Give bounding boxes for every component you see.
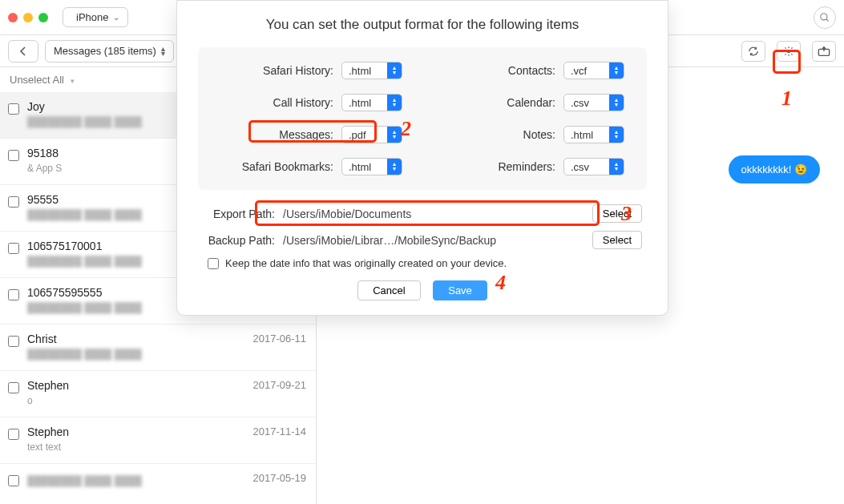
refresh-button[interactable] <box>741 41 765 62</box>
back-button[interactable] <box>8 40 38 62</box>
gear-icon <box>783 46 794 57</box>
list-item-checkbox[interactable] <box>8 475 19 486</box>
backup-path-value: /Users/iMobie/Librar…/MobileSync/Backup <box>283 234 584 247</box>
minimize-icon[interactable] <box>23 13 33 22</box>
select-reminders[interactable]: .csv▲▼ <box>563 158 624 175</box>
output-format-dialog: You can set the output format for the fo… <box>176 0 668 316</box>
list-item-preview: text text <box>27 442 306 453</box>
settings-button[interactable] <box>777 41 801 62</box>
maximize-icon[interactable] <box>38 13 48 22</box>
cancel-button[interactable]: Cancel <box>357 280 420 300</box>
select-calendar[interactable]: .csv▲▼ <box>563 94 624 111</box>
export-icon <box>818 46 830 57</box>
select-arrows-icon: ▲▼ <box>387 127 402 143</box>
select-arrows-icon: ▲▼ <box>387 159 402 175</box>
list-item-date: 2017-06-11 <box>253 333 307 345</box>
list-item-checkbox[interactable] <box>8 150 19 161</box>
svg-line-1 <box>826 18 829 21</box>
list-item[interactable]: Christ2017-06-11████████ ████ ████ <box>0 325 316 371</box>
select-call-history[interactable]: .html▲▼ <box>341 94 402 111</box>
keep-date-checkbox-row: Keep the date info that was originally c… <box>208 257 642 269</box>
dialog-title: You can set the output format for the fo… <box>198 17 647 33</box>
chevron-left-icon <box>19 46 27 56</box>
select-messages[interactable]: .pdf▲▼ <box>341 126 402 143</box>
triangle-down-icon: ▾ <box>71 77 75 85</box>
format-grid: Safari History: .html▲▼ Contacts: .vcf▲▼… <box>198 47 647 190</box>
list-item[interactable]: Stephen2017-09-21o <box>0 371 316 417</box>
select-notes[interactable]: .html▲▼ <box>563 126 624 143</box>
search-icon <box>819 12 830 23</box>
save-button[interactable]: Save <box>433 280 487 300</box>
export-button[interactable] <box>812 41 836 62</box>
backup-path-select-button[interactable]: Select <box>592 231 642 249</box>
backup-path-row: Backup Path: /Users/iMobie/Librar…/Mobil… <box>203 231 642 249</box>
list-item-date: 2017-09-21 <box>253 379 307 391</box>
format-row-safari-history: Safari History: .html▲▼ <box>220 62 402 79</box>
select-arrows-icon: ▲▼ <box>609 127 624 143</box>
select-arrows-icon: ▲▼ <box>387 62 402 79</box>
list-item-checkbox[interactable] <box>8 336 19 347</box>
keep-date-label: Keep the date info that was originally c… <box>225 257 507 269</box>
format-row-safari-bookmarks: Safari Bookmarks: .html▲▼ <box>220 158 402 175</box>
outgoing-bubble: okkkkkkkk! 😉 <box>729 155 820 183</box>
format-row-contacts: Contacts: .vcf▲▼ <box>442 62 624 79</box>
search-button[interactable] <box>814 6 836 29</box>
list-item-preview: ████████ ████ ████ <box>27 475 306 486</box>
list-item-checkbox[interactable] <box>8 243 19 254</box>
format-row-call-history: Call History: .html▲▼ <box>220 94 402 111</box>
format-row-calendar: Calendar: .csv▲▼ <box>442 94 624 111</box>
export-path-value: /Users/iMobie/Documents <box>283 208 584 220</box>
window-controls <box>8 13 48 22</box>
breadcrumb[interactable]: Messages (185 items) ▴▾ <box>45 40 174 62</box>
export-path-row: Export Path: /Users/iMobie/Documents Sel… <box>203 204 642 223</box>
list-item-checkbox[interactable] <box>8 103 19 115</box>
svg-point-2 <box>787 50 790 53</box>
format-row-reminders: Reminders: .csv▲▼ <box>442 158 624 175</box>
close-icon[interactable] <box>8 13 18 22</box>
list-item-preview: o <box>27 395 306 406</box>
chevron-down-icon: ⌄ <box>113 13 119 22</box>
breadcrumb-label: Messages (185 items) <box>54 45 156 57</box>
list-item-date: 2017-11-14 <box>253 425 307 437</box>
select-safari-history[interactable]: .html▲▼ <box>341 62 402 79</box>
list-item-checkbox[interactable] <box>8 196 19 208</box>
select-safari-bookmarks[interactable]: .html▲▼ <box>341 158 402 175</box>
select-arrows-icon: ▲▼ <box>609 62 624 79</box>
list-item[interactable]: Stephen2017-11-14text text <box>0 417 316 464</box>
select-arrows-icon: ▲▼ <box>609 159 624 175</box>
device-label: iPhone <box>76 11 108 23</box>
list-item-preview: ████████ ████ ████ <box>27 349 306 360</box>
svg-point-0 <box>821 13 827 19</box>
format-row-messages: Messages: .pdf▲▼ <box>220 126 402 143</box>
select-arrows-icon: ▲▼ <box>609 95 624 111</box>
list-item-checkbox[interactable] <box>8 289 19 300</box>
device-selector[interactable]: iPhone ⌄ <box>63 7 128 27</box>
list-item-checkbox[interactable] <box>8 382 19 393</box>
select-arrows-icon: ▲▼ <box>387 95 402 111</box>
list-item-checkbox[interactable] <box>8 429 19 440</box>
keep-date-checkbox[interactable] <box>208 258 219 269</box>
format-row-notes: Notes: .html▲▼ <box>442 126 624 143</box>
select-contacts[interactable]: .vcf▲▼ <box>563 62 624 79</box>
list-item[interactable]: 2017-05-19████████ ████ ████ <box>0 464 316 504</box>
updown-icon: ▴▾ <box>161 46 165 56</box>
export-path-select-button[interactable]: Select <box>592 204 642 223</box>
refresh-icon <box>748 46 759 57</box>
